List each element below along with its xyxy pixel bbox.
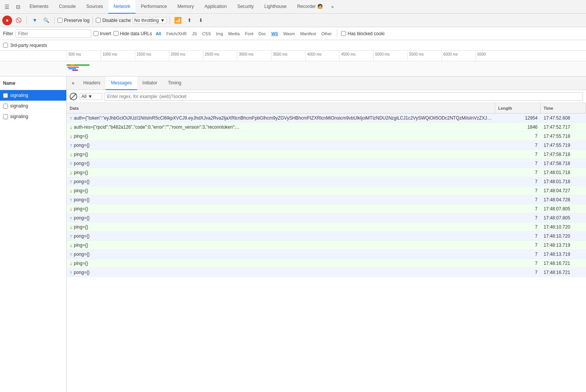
direction-filter-chevron: ▼ (88, 94, 92, 99)
detail-tab-messages[interactable]: Messages (106, 76, 137, 90)
filter-type-fetch[interactable]: Fetch/XHR (165, 31, 188, 36)
detail-tab-headers[interactable]: Headers (78, 76, 106, 90)
toolbar-divider-2 (54, 17, 55, 24)
sidebar-item-2[interactable]: signaling (0, 111, 66, 122)
message-time: 17:48:04.728 (541, 197, 586, 202)
record-button[interactable]: ● (2, 16, 12, 25)
table-row[interactable]: ↓ ping={} 7 17:48:07.805 (67, 204, 586, 213)
invert-checkbox[interactable] (94, 31, 98, 36)
received-arrow-icon: ↓ (70, 224, 72, 230)
filter-input[interactable] (16, 30, 91, 38)
message-length: 7 (495, 270, 541, 275)
devtools-menu-icon[interactable]: ☰ (2, 2, 12, 12)
sidebar-item-checkbox-2[interactable] (3, 114, 8, 119)
tab-elements[interactable]: Elements (24, 0, 54, 14)
wifi-icon[interactable]: 📶 (173, 16, 183, 25)
devtools-dock-icon[interactable]: ⊟ (13, 2, 23, 12)
has-blocked-cookies-label[interactable]: Has blocked cooki (341, 31, 384, 36)
throttle-selector[interactable]: No throttling ▼ (132, 17, 167, 24)
tab-memory[interactable]: Memory (172, 0, 199, 14)
upload-icon[interactable]: ⬆ (184, 16, 194, 25)
table-row[interactable]: ↑ pong={} 7 17:47:55.719 (67, 141, 586, 150)
svg-rect-2 (69, 68, 76, 69)
tick-5000ms: 5000 ms (373, 51, 407, 61)
has-blocked-cookies-checkbox[interactable] (341, 31, 346, 36)
filter-type-other[interactable]: Other (320, 31, 334, 36)
sidebar-item-checkbox-0[interactable] (3, 93, 8, 98)
filter-type-media[interactable]: Media (227, 31, 241, 36)
table-row[interactable]: ↑ pong={} 7 17:48:04.728 (67, 195, 586, 204)
search-button[interactable]: 🔍 (41, 16, 51, 25)
tab-console[interactable]: Console (54, 0, 81, 14)
tab-lighthouse[interactable]: Lighthouse (259, 0, 292, 14)
tab-network[interactable]: Network (108, 0, 136, 14)
table-row[interactable]: ↑ pong={} 7 17:48:13.719 (67, 250, 586, 259)
tab-sources[interactable]: Sources (81, 0, 108, 14)
filter-type-wasm[interactable]: Wasm (282, 31, 296, 36)
filter-type-ws[interactable]: WS (270, 31, 280, 36)
clear-button[interactable]: 🚫 (14, 16, 23, 25)
table-row[interactable]: ↑ pong={} 7 17:48:01.718 (67, 177, 586, 186)
sent-arrow-icon: ↑ (70, 233, 72, 239)
table-row[interactable]: ↓ ping={} 7 17:48:10.720 (67, 222, 586, 232)
table-row[interactable]: ↑ pong={} 7 17:48:10.720 (67, 232, 586, 241)
message-data: pong={} (74, 270, 90, 275)
message-time: 17:48:07.805 (541, 206, 586, 212)
table-row[interactable]: ↓ ping={} 7 17:47:55.718 (67, 132, 586, 141)
message-length: 7 (495, 252, 541, 257)
message-length: 7 (495, 224, 541, 230)
hide-data-urls-label[interactable]: Hide data URLs (114, 31, 152, 36)
download-icon[interactable]: ⬇ (196, 16, 206, 25)
sidebar-item-1[interactable]: signaling (0, 101, 66, 111)
messages-direction-filter[interactable]: All ▼ (79, 93, 102, 100)
detail-close-button[interactable]: × (68, 76, 78, 90)
table-row[interactable]: ↑ pong={} 7 17:47:58.718 (67, 159, 586, 168)
sidebar-item-0[interactable]: signaling (0, 90, 66, 101)
filter-type-font[interactable]: Font (243, 31, 255, 36)
table-row[interactable]: ↓ auth-res={"rpcid":"b482a126","code":0,… (67, 123, 586, 132)
col-header-length: Length (495, 103, 541, 113)
filter-icon[interactable]: ▼ (30, 16, 40, 25)
detail-tab-initiator[interactable]: Initiator (137, 76, 162, 90)
messages-table-header: Data Length Time (67, 103, 586, 114)
svg-rect-1 (67, 67, 79, 68)
message-time: 17:48:01.718 (541, 179, 586, 184)
message-time: 17:47:52.608 (541, 115, 586, 121)
table-row[interactable]: ↓ ping={} 7 17:48:04.727 (67, 186, 586, 195)
table-row[interactable]: ↓ ping={} 7 17:48:16.721 (67, 259, 586, 268)
filter-type-all[interactable]: All (154, 31, 162, 36)
preserve-log-checkbox[interactable] (58, 18, 62, 23)
filter-type-manifest[interactable]: Manifest (299, 31, 318, 36)
tab-performance[interactable]: Performance (136, 0, 172, 14)
table-row[interactable]: ↑ pong={} 7 17:48:16.721 (67, 268, 586, 277)
messages-filter-input[interactable] (104, 92, 583, 101)
invert-label[interactable]: Invert (94, 31, 111, 36)
message-length: 7 (495, 179, 541, 184)
more-tabs-button[interactable]: » (328, 0, 337, 14)
message-length: 7 (495, 215, 541, 221)
disable-cache-label[interactable]: Disable cache (96, 18, 131, 23)
disable-cache-checkbox[interactable] (96, 18, 101, 23)
message-length: 7 (495, 143, 541, 148)
tab-recorder[interactable]: Recorder 🧑 (292, 0, 328, 14)
filter-type-img[interactable]: Img (215, 31, 224, 36)
table-row[interactable]: ↓ ping={} 7 17:48:13.719 (67, 241, 586, 250)
tab-security[interactable]: Security (232, 0, 259, 14)
filter-label: Filter (3, 31, 13, 36)
filter-type-doc[interactable]: Doc (257, 31, 268, 36)
tick-1000ms: 1000 ms (101, 51, 135, 61)
preserve-log-label[interactable]: Preserve log (58, 18, 89, 23)
tab-application[interactable]: Application (199, 0, 232, 14)
detail-tab-timing[interactable]: Timing (162, 76, 187, 90)
table-row[interactable]: ↓ ping={} 7 17:48:01.718 (67, 168, 586, 177)
toolbar-divider-3 (92, 17, 93, 24)
message-data: ping={} (74, 134, 88, 139)
third-party-checkbox[interactable] (3, 43, 8, 48)
table-row[interactable]: ↑ pong={} 7 17:48:07.805 (67, 213, 586, 222)
table-row[interactable]: ↓ ping={} 7 17:47:58.718 (67, 150, 586, 159)
filter-type-css[interactable]: CSS (201, 31, 212, 36)
hide-data-urls-checkbox[interactable] (114, 31, 118, 36)
sidebar-item-checkbox-1[interactable] (3, 104, 8, 109)
table-row[interactable]: ↑ auth={"token":"eyJhbGciOiJIUzI1NiIsInR… (67, 114, 586, 123)
filter-type-js[interactable]: JS (190, 31, 198, 36)
